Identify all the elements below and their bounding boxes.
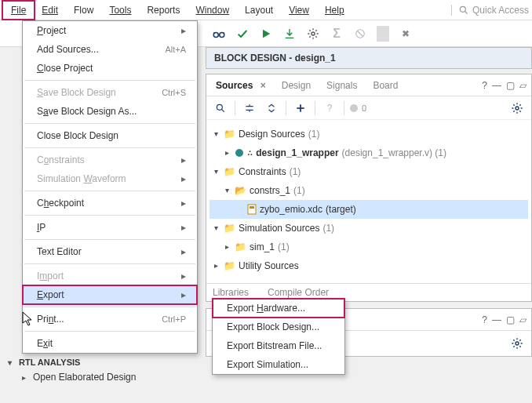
mi-print[interactable]: Print...Ctrl+P xyxy=(23,310,197,329)
open-elaborated-design[interactable]: ▸ Open Elaborated Design xyxy=(5,367,136,383)
tree-constrs1[interactable]: ▾ 📂 constrs_1 (1) xyxy=(210,181,528,200)
mi-close-block[interactable]: Close Block Design xyxy=(23,126,197,145)
mi-save-block-as[interactable]: Save Block Design As... xyxy=(23,102,197,121)
tree-sim-sources[interactable]: ▾ 📁 Simulation Sources (1) xyxy=(210,219,528,238)
chevron-down-icon[interactable]: ▾ xyxy=(211,125,220,143)
export-submenu: Export Hardware... Export Block Design..… xyxy=(212,298,345,375)
chevron-right-icon[interactable]: ▸ xyxy=(222,238,231,256)
mi-ip[interactable]: IP▸ xyxy=(23,218,197,237)
tree-sim1[interactable]: ▸ 📁 sim_1 (1) xyxy=(210,238,528,256)
mi-export-simulation[interactable]: Export Simulation... xyxy=(213,355,344,374)
menu-window[interactable]: Window xyxy=(188,2,237,19)
tree-wrapper[interactable]: ▸ ∴ design_1_wrapper (design_1_wrapper.v… xyxy=(210,143,528,162)
mi-export-block[interactable]: Export Block Design... xyxy=(213,318,344,336)
menu-reports[interactable]: Reports xyxy=(139,2,188,19)
gear-icon[interactable] xyxy=(306,27,320,41)
settings-gear-icon[interactable] xyxy=(508,99,527,118)
folder-icon: 📁 xyxy=(224,163,235,180)
minimize-icon[interactable]: — xyxy=(492,80,501,91)
tree-utility[interactable]: ▸ 📁 Utility Sources xyxy=(210,256,528,275)
mi-export[interactable]: Export▸ xyxy=(23,285,197,304)
help-icon[interactable]: ? xyxy=(482,80,487,91)
svg-point-12 xyxy=(350,104,358,112)
svg-point-0 xyxy=(460,6,465,12)
menu-view[interactable]: View xyxy=(281,2,317,19)
settings-gear-icon[interactable] xyxy=(508,334,527,353)
mi-export-hardware[interactable]: Export Hardware... xyxy=(213,299,344,318)
file-menu: PProjectroject▸ Add Sources...Alt+A Clos… xyxy=(22,20,198,354)
svg-point-14 xyxy=(235,149,243,157)
run-icon[interactable] xyxy=(259,27,273,41)
section-header: RTL ANALYSIS xyxy=(19,358,80,367)
mi-text-editor[interactable]: Text Editor▸ xyxy=(23,242,197,261)
chevron-down-icon[interactable]: ▾ xyxy=(211,163,220,180)
restore-icon[interactable]: ▢ xyxy=(506,314,515,325)
chevron-down-icon[interactable]: ▾ xyxy=(211,220,220,237)
tab-design[interactable]: Design xyxy=(274,76,319,95)
svg-point-8 xyxy=(217,104,222,110)
mi-exit[interactable]: Exit xyxy=(23,334,197,353)
chevron-right-icon[interactable]: ▸ xyxy=(211,257,220,274)
folder-icon: 📁 xyxy=(224,257,235,274)
sources-toolbar: ? 0 xyxy=(206,96,531,120)
svg-point-5 xyxy=(312,32,315,35)
expand-icon[interactable] xyxy=(262,99,281,118)
mi-checkpoint[interactable]: Checkpoint▸ xyxy=(23,194,197,212)
tree-xdc-file[interactable]: zybo_emio.xdc (target) xyxy=(210,200,528,219)
sources-panel: Sources × Design Signals Board ? — ▢ ▱ ? xyxy=(206,74,532,302)
help-small-icon[interactable]: ? xyxy=(320,99,339,118)
collapse-icon[interactable] xyxy=(240,99,259,118)
mi-project[interactable]: PProjectroject▸ xyxy=(23,21,197,40)
folder-icon: 📁 xyxy=(224,220,235,237)
tree-constraints[interactable]: ▾ 📁 Constraints (1) xyxy=(210,162,528,181)
menu-help[interactable]: Help xyxy=(317,2,352,19)
glasses-icon[interactable] xyxy=(212,27,226,41)
sigma-icon[interactable]: Σ xyxy=(330,27,344,41)
menu-edit[interactable]: Edit xyxy=(34,2,66,19)
check-icon[interactable] xyxy=(235,27,250,41)
mi-add-sources[interactable]: Add Sources...Alt+A xyxy=(23,40,197,59)
maximize-icon[interactable]: ▱ xyxy=(519,314,527,325)
tab-sources[interactable]: Sources × xyxy=(208,76,274,95)
mi-import: Import▸ xyxy=(23,267,197,285)
mi-save-block: Save Block DesignCtrl+S xyxy=(23,83,197,102)
chevron-down-icon[interactable]: ▾ xyxy=(5,358,14,367)
wand-icon[interactable]: ✖ xyxy=(399,27,413,41)
module-icon xyxy=(235,148,244,158)
search-icon[interactable] xyxy=(211,99,230,118)
block-design-title: BLOCK DESIGN - design_1 xyxy=(206,47,532,69)
menu-flow[interactable]: Flow xyxy=(66,2,101,19)
chevron-right-icon[interactable]: ▸ xyxy=(222,144,231,162)
help-icon[interactable]: ? xyxy=(482,314,487,325)
menu-layout[interactable]: Layout xyxy=(237,2,281,19)
quick-access[interactable]: Quick Access xyxy=(451,5,529,16)
message-count[interactable]: 0 xyxy=(349,103,366,113)
tab-signals[interactable]: Signals xyxy=(319,76,365,95)
subtab-compile-order[interactable]: Compile Order xyxy=(268,287,329,298)
folder-open-icon: 📂 xyxy=(235,182,246,199)
search-icon xyxy=(458,5,469,16)
chevron-right-icon[interactable]: ▸ xyxy=(19,373,28,382)
svg-line-1 xyxy=(465,11,468,13)
download-icon[interactable] xyxy=(282,27,297,41)
mi-export-bitstream[interactable]: Export Bitstream File... xyxy=(213,336,344,355)
menu-file[interactable]: File xyxy=(3,2,34,19)
tree-design-sources[interactable]: ▾ 📁 Design Sources (1) xyxy=(210,125,528,143)
cancel-icon[interactable] xyxy=(353,27,367,41)
svg-rect-16 xyxy=(250,206,254,209)
mi-close-project[interactable]: Close Project xyxy=(23,59,197,78)
tab-board[interactable]: Board xyxy=(365,76,406,95)
svg-point-17 xyxy=(516,342,519,345)
svg-line-7 xyxy=(358,31,363,36)
maximize-icon[interactable]: ▱ xyxy=(519,80,527,91)
subtab-libraries[interactable]: Libraries xyxy=(213,287,249,298)
close-icon[interactable]: × xyxy=(261,80,266,91)
chevron-down-icon[interactable]: ▾ xyxy=(222,182,231,199)
svg-line-9 xyxy=(222,109,224,111)
add-icon[interactable] xyxy=(291,99,310,118)
menu-tools[interactable]: Tools xyxy=(101,2,139,19)
minimize-icon[interactable]: — xyxy=(492,314,501,325)
svg-marker-4 xyxy=(263,29,270,38)
restore-icon[interactable]: ▢ xyxy=(506,80,515,91)
constraint-file-icon xyxy=(247,204,257,215)
